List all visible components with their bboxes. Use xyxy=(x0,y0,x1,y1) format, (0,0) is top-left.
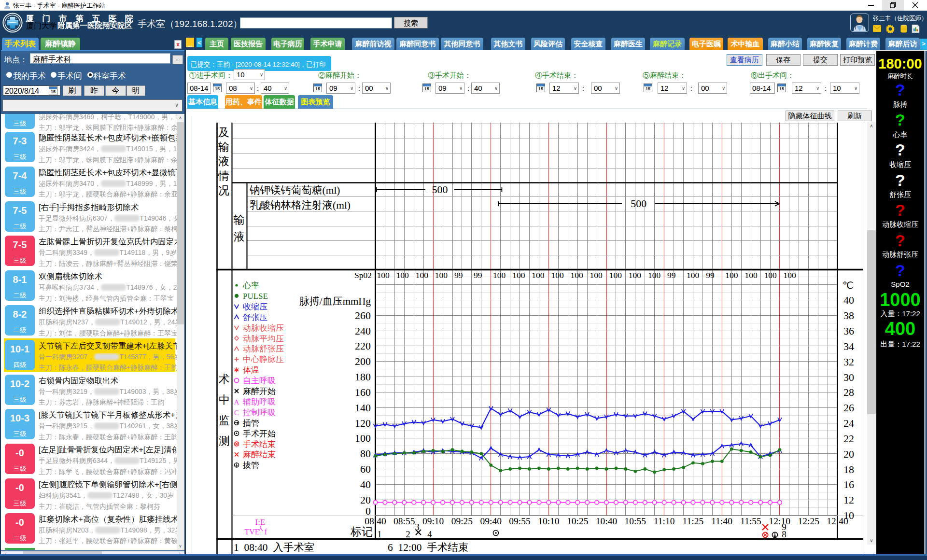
svg-text:输: 输 xyxy=(234,214,245,226)
svg-text:中: 中 xyxy=(219,394,230,406)
svg-text:100: 100 xyxy=(493,270,506,280)
svg-text:1 08:40 入手术室: 1 08:40 入手术室 xyxy=(234,542,314,553)
svg-text:100: 100 xyxy=(355,432,371,444)
svg-text:A: A xyxy=(234,398,239,406)
svg-text:2: 2 xyxy=(406,529,410,539)
svg-text:60: 60 xyxy=(360,463,371,475)
svg-text:10:25: 10:25 xyxy=(567,516,588,526)
svg-text:100: 100 xyxy=(590,270,603,280)
svg-text:手术结束: 手术结束 xyxy=(243,440,276,449)
svg-text:12:10: 12:10 xyxy=(769,516,790,526)
svg-text:120: 120 xyxy=(355,417,371,429)
svg-text:100: 100 xyxy=(648,270,661,280)
svg-text:100: 100 xyxy=(416,270,429,280)
svg-text:TVE: TVE xyxy=(244,528,259,536)
svg-text:08:55: 08:55 xyxy=(393,516,415,526)
svg-text:f: f xyxy=(265,528,267,536)
svg-text:100: 100 xyxy=(725,270,738,280)
svg-text:100: 100 xyxy=(784,270,797,280)
svg-text:辅助呼吸: 辅助呼吸 xyxy=(243,397,276,406)
svg-text:控制呼吸: 控制呼吸 xyxy=(243,408,276,417)
svg-text:中心静脉压: 中心静脉压 xyxy=(243,355,284,364)
svg-text:99: 99 xyxy=(474,270,482,280)
svg-text:38: 38 xyxy=(843,309,854,322)
svg-text:40: 40 xyxy=(843,294,854,306)
svg-text:09:40: 09:40 xyxy=(480,516,501,526)
svg-text:100: 100 xyxy=(377,270,390,280)
svg-text:及: 及 xyxy=(218,126,229,139)
svg-text:100: 100 xyxy=(744,270,758,280)
svg-text:Sp02: Sp02 xyxy=(354,270,372,280)
svg-text:自主呼吸: 自主呼吸 xyxy=(243,376,276,385)
svg-text:C: C xyxy=(234,409,239,417)
svg-text:动脉平均压: 动脉平均压 xyxy=(243,334,284,343)
svg-text:10:10: 10:10 xyxy=(538,516,559,526)
svg-text:28: 28 xyxy=(843,386,854,398)
svg-text:舒张压: 舒张压 xyxy=(243,313,267,322)
svg-text:26: 26 xyxy=(843,402,854,414)
svg-text:12:40: 12:40 xyxy=(827,516,848,526)
svg-text:100: 100 xyxy=(396,270,409,280)
svg-text:情: 情 xyxy=(218,170,229,182)
svg-text:10:40: 10:40 xyxy=(596,516,617,526)
svg-text:100: 100 xyxy=(532,270,545,280)
svg-text:260: 260 xyxy=(355,309,371,322)
svg-text:09:55: 09:55 xyxy=(509,516,530,526)
svg-text:99: 99 xyxy=(454,270,463,280)
svg-text:100: 100 xyxy=(764,270,777,280)
svg-text:100: 100 xyxy=(435,270,448,280)
svg-text:℃: ℃ xyxy=(843,280,853,291)
svg-text:500: 500 xyxy=(432,183,448,196)
svg-text:动脉收缩压: 动脉收缩压 xyxy=(243,323,284,333)
svg-text:08:40: 08:40 xyxy=(365,516,386,526)
svg-text:4: 4 xyxy=(427,529,432,539)
svg-text:200: 200 xyxy=(355,355,371,367)
svg-text:麻醉开始: 麻醉开始 xyxy=(243,387,276,396)
svg-text:100: 100 xyxy=(609,270,622,280)
svg-text:11:10: 11:10 xyxy=(654,516,675,526)
svg-text:140: 140 xyxy=(355,402,371,414)
svg-text:36: 36 xyxy=(843,325,854,337)
svg-text:240: 240 xyxy=(355,325,371,337)
svg-text:12:25: 12:25 xyxy=(798,516,819,526)
svg-text:100: 100 xyxy=(687,270,700,280)
svg-text:16: 16 xyxy=(843,478,854,490)
svg-text:乳酸钠林格注射液(ml): 乳酸钠林格注射液(ml) xyxy=(250,199,351,211)
svg-text:10:55: 10:55 xyxy=(625,516,646,526)
svg-text:100: 100 xyxy=(571,270,584,280)
svg-text:11:25: 11:25 xyxy=(683,516,704,526)
svg-text:12: 12 xyxy=(843,494,854,506)
svg-text:40: 40 xyxy=(360,478,371,490)
svg-text:11:40: 11:40 xyxy=(711,516,732,526)
svg-text:18: 18 xyxy=(843,463,854,476)
svg-text:34: 34 xyxy=(843,340,854,352)
svg-text:99: 99 xyxy=(667,270,676,280)
svg-text:液: 液 xyxy=(234,231,245,243)
svg-text:麻醉结束: 麻醉结束 xyxy=(243,450,276,459)
svg-text:32: 32 xyxy=(843,356,854,368)
svg-text:术: 术 xyxy=(219,373,230,385)
svg-text:8: 8 xyxy=(782,529,787,539)
svg-text:180: 180 xyxy=(355,371,371,383)
svg-text:22: 22 xyxy=(843,433,854,445)
svg-text:24: 24 xyxy=(843,417,854,429)
svg-text:心率: 心率 xyxy=(242,281,259,290)
svg-text:100: 100 xyxy=(551,270,564,280)
svg-text:收缩压: 收缩压 xyxy=(243,302,267,311)
svg-text:30: 30 xyxy=(843,371,854,383)
svg-text:09:25: 09:25 xyxy=(451,516,473,526)
svg-text:脉搏/血压mmHg: 脉搏/血压mmHg xyxy=(299,295,371,307)
svg-text:测: 测 xyxy=(219,435,230,447)
svg-text:99: 99 xyxy=(706,270,715,280)
svg-text:20: 20 xyxy=(360,494,371,506)
svg-text:1: 1 xyxy=(377,529,382,539)
svg-text:09:10: 09:10 xyxy=(422,516,444,526)
svg-text:液: 液 xyxy=(218,155,229,168)
svg-text:20: 20 xyxy=(843,448,854,460)
svg-text:况: 况 xyxy=(218,184,229,196)
svg-text:160: 160 xyxy=(355,386,371,398)
svg-text:钠钾镁钙葡萄糖(ml): 钠钾镁钙葡萄糖(ml) xyxy=(249,184,340,196)
svg-text:220: 220 xyxy=(355,340,371,352)
svg-text:PULSE: PULSE xyxy=(243,292,268,301)
svg-text:输: 输 xyxy=(218,141,229,153)
